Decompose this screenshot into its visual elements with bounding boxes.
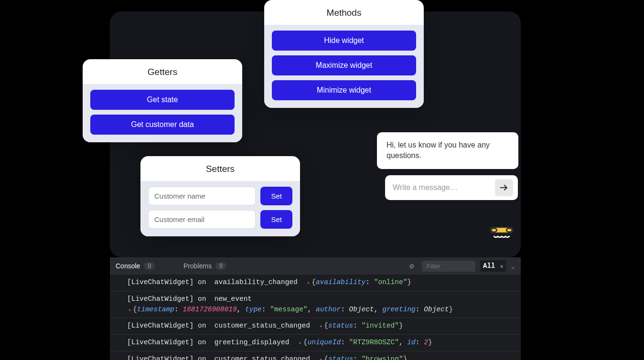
chat-input-container xyxy=(385,175,518,200)
clear-console-icon[interactable]: ⊘ xyxy=(409,261,414,271)
getters-body: Get state Get customer data xyxy=(83,84,242,142)
log-level-label: All xyxy=(483,262,495,270)
setter-row: Set xyxy=(148,187,292,205)
chat-widget-launcher[interactable] xyxy=(485,216,518,248)
tab-console-label: Console xyxy=(116,262,140,270)
console-log-row[interactable]: [LiveChatWidget] on customer_status_chan… xyxy=(110,318,521,335)
svg-point-3 xyxy=(506,228,512,232)
hotdog-icon xyxy=(488,223,515,241)
send-icon xyxy=(499,183,509,192)
console-log-row[interactable]: [LiveChatWidget] on availability_changed… xyxy=(110,275,521,291)
setter-row: Set xyxy=(148,210,292,229)
tab-problems[interactable]: Problems 0 xyxy=(183,262,226,270)
methods-body: Hide widget Maximize widget Minimize wid… xyxy=(264,25,424,108)
log-level-select[interactable]: All ⇅ xyxy=(480,260,506,272)
methods-title: Methods xyxy=(264,0,424,25)
send-button[interactable] xyxy=(495,179,513,196)
chat-message-input[interactable] xyxy=(393,183,495,192)
set-email-button[interactable]: Set xyxy=(260,210,292,229)
console-header: Console 0 Problems 0 ⊘ All ⇅ ⌄ xyxy=(110,257,521,275)
get-customer-data-button[interactable]: Get customer data xyxy=(90,115,235,135)
console-filter-input[interactable] xyxy=(422,261,475,272)
console-log-row[interactable]: [LiveChatWidget] on new_event▸{timestamp… xyxy=(110,291,521,318)
chat-greeting-bubble: Hi, let us know if you have any question… xyxy=(377,132,518,169)
tab-console[interactable]: Console 0 xyxy=(116,262,155,270)
getters-panel: Getters Get state Get customer data xyxy=(83,59,242,142)
methods-panel: Methods Hide widget Maximize widget Mini… xyxy=(264,0,424,108)
getters-title: Getters xyxy=(83,59,242,84)
problems-count-badge: 0 xyxy=(215,262,226,270)
console-body: [LiveChatWidget] on availability_changed… xyxy=(110,275,521,360)
minimize-widget-button[interactable]: Minimize widget xyxy=(272,80,416,100)
tab-problems-label: Problems xyxy=(183,262,212,270)
setters-panel: Setters Set Set xyxy=(140,156,300,236)
devtools-console: Console 0 Problems 0 ⊘ All ⇅ ⌄ [LiveChat… xyxy=(110,257,521,360)
customer-email-input[interactable] xyxy=(148,210,256,229)
setters-body: Set Set xyxy=(140,181,300,236)
setters-title: Setters xyxy=(140,156,300,181)
chat-greeting-text: Hi, let us know if you have any question… xyxy=(386,141,490,159)
get-state-button[interactable]: Get state xyxy=(90,90,235,110)
console-log-row[interactable]: [LiveChatWidget] on customer_status_chan… xyxy=(110,351,521,360)
console-count-badge: 0 xyxy=(144,262,155,270)
expand-icon[interactable]: ⌄ xyxy=(511,262,515,270)
set-name-button[interactable]: Set xyxy=(260,187,292,205)
svg-point-2 xyxy=(491,228,497,232)
updown-icon: ⇅ xyxy=(500,264,504,269)
customer-name-input[interactable] xyxy=(148,187,256,205)
hide-widget-button[interactable]: Hide widget xyxy=(272,31,416,51)
maximize-widget-button[interactable]: Maximize widget xyxy=(272,55,416,75)
console-log-row[interactable]: [LiveChatWidget] on greeting_displayed ▸… xyxy=(110,335,521,351)
